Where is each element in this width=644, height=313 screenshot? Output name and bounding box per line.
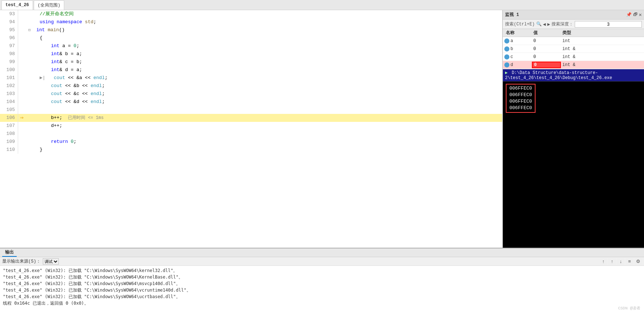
code-line-93: 93 //展开命名空间 [0, 10, 502, 18]
code-line-101: 101 ▶| cout << &a << endl; [0, 74, 502, 82]
watch-row-c[interactable]: c 0 int & [503, 53, 644, 61]
bottom-tab-bar: 输出 [0, 248, 644, 257]
watch-restore-icon[interactable]: 🗗 [633, 12, 637, 17]
code-line-94: 94 using namespace std; [0, 18, 502, 26]
line-num-94: 94 [0, 18, 18, 26]
watch-var-icon-b [504, 46, 509, 52]
line-arrow-106: ⇒ [18, 114, 25, 122]
filter-label: 显示输出来源(S)： [2, 258, 41, 264]
watch-row-b[interactable]: b 0 int & [503, 45, 644, 53]
line-num-110: 110 [0, 146, 18, 154]
watch-var-icon-c [504, 54, 509, 59]
console-line-4: 006FFEC0 [509, 105, 532, 111]
watch-title: 监视 1 [505, 12, 626, 18]
watch-columns: 名称 值 类型 [503, 29, 644, 37]
line-num-97: 97 [0, 42, 18, 50]
watch-cell-value-d: 0 [532, 62, 561, 68]
line-num-101: 101 [0, 74, 18, 82]
line-content-106: b++; 已用时间 <= 1ms [25, 114, 104, 122]
line-num-100: 100 [0, 66, 18, 74]
clear-output-button[interactable]: ↑ [600, 258, 607, 265]
line-num-107: 107 [0, 122, 18, 130]
watch-var-d: d [510, 62, 513, 67]
code-line-106: 106 ⇒ b++; 已用时间 <= 1ms [0, 114, 502, 122]
line-num-93: 93 [0, 10, 18, 18]
watch-cell-value-b: 0 [532, 46, 561, 52]
watch-cell-type-d: int & [561, 62, 644, 67]
line-content-104: cout << &d << endl; [25, 98, 105, 106]
nav-forward-icon[interactable]: ▶ [547, 21, 550, 27]
settings-button[interactable]: ⚙ [635, 258, 642, 265]
console-area: 006FFEC0 006FFEC0 006FFEC0 006FFEC0 [503, 82, 644, 248]
line-num-102: 102 [0, 82, 18, 90]
watch-header: 监视 1 📌 🗗 ✕ [503, 10, 644, 20]
watermark: CSDN @读者 [618, 305, 640, 311]
watch-row-a[interactable]: a 0 int [503, 37, 644, 45]
log-line-5: "test_4_26.exe" (Win32): 已加载 "C:\Windows… [3, 293, 641, 300]
line-num-103: 103 [0, 90, 18, 98]
line-num-108: 108 [0, 130, 18, 138]
scroll-up-button[interactable]: ↑ [608, 258, 616, 265]
line-content-94: using namespace std; [25, 18, 96, 26]
code-line-96: 96 { [0, 34, 502, 42]
line-content-100: int& d = a; [25, 66, 82, 74]
search-label: 搜索(Ctrl+E) [505, 21, 535, 27]
code-line-107: 107 d++; [0, 122, 502, 130]
watch-row-d[interactable]: d 0 int & [503, 61, 644, 69]
console-output-box: 006FFEC0 006FFEC0 006FFEC0 006FFEC0 [506, 84, 536, 113]
console-line-1: 006FFEC0 [509, 85, 532, 92]
scroll-down-button[interactable]: ↓ [617, 258, 624, 265]
line-content-103: cout << &c << endl; [25, 90, 105, 98]
line-content-107: d++; [25, 122, 62, 130]
watch-cell-value-c: 0 [532, 54, 561, 59]
watch-close-icon[interactable]: ✕ [639, 12, 642, 18]
line-num-96: 96 [0, 34, 18, 42]
console-icon: ▶ [505, 70, 508, 75]
code-line-105: 105 [0, 106, 502, 114]
line-content-99: int& c = b; [25, 58, 82, 66]
editor-area: 93 //展开命名空间 94 using namespace std; 95 ⊟… [0, 10, 503, 248]
log-line-1: "test_4_26.exe" (Win32): 已加载 "C:\Windows… [3, 267, 641, 274]
watch-cell-name-c: c [503, 54, 532, 59]
console-line-2: 006FFEC0 [509, 92, 532, 98]
watch-var-a: a [510, 38, 513, 44]
tab-label-1: test_4_26 [5, 3, 29, 8]
line-content-95: ⊟ int main() [25, 26, 65, 34]
nav-back-icon[interactable]: ◀ [543, 21, 546, 27]
code-line-98: 98 int& b = a; [0, 50, 502, 58]
search-depth-input[interactable] [575, 21, 642, 28]
main-area: 93 //展开命名空间 94 using namespace std; 95 ⊟… [0, 10, 644, 248]
code-line-110: 110 } [0, 146, 502, 154]
line-content-93: //展开命名空间 [25, 10, 74, 18]
line-content-97: int a = 0; [25, 42, 79, 50]
tab-global-scope[interactable]: (全局范围) [34, 0, 64, 10]
watch-pin-icon[interactable]: 📌 [626, 12, 632, 17]
line-num-104: 104 [0, 98, 18, 106]
code-line-97: 97 int a = 0; [0, 42, 502, 50]
tab-bar: test_4_26 (全局范围) [0, 0, 644, 10]
console-line-3: 006FFEC0 [509, 98, 532, 105]
watch-cell-type-c: int & [561, 54, 644, 59]
watch-search-bar: 搜索(Ctrl+E) 🔍 ◀ ▶ 搜索深度： [503, 20, 644, 29]
tab-test-4-26[interactable]: test_4_26 [1, 0, 33, 10]
watch-cell-name-b: b [503, 46, 532, 52]
filter-select[interactable]: 调试 [43, 258, 59, 265]
code-line-108: 108 [0, 130, 502, 138]
watch-col-type: 类型 [561, 30, 644, 36]
watch-cell-value-a: 0 [532, 38, 561, 44]
watch-var-icon-a [504, 38, 509, 44]
watch-rows: a 0 int b 0 int & c 0 int & [503, 37, 644, 69]
watch-header-icons: 📌 🗗 ✕ [626, 12, 642, 18]
line-num-99: 99 [0, 58, 18, 66]
word-wrap-button[interactable]: ≡ [626, 258, 633, 265]
tab-output[interactable]: 输出 [2, 248, 17, 257]
watch-cell-name-a: a [503, 38, 532, 44]
tab-label-2: (全局范围) [38, 2, 60, 8]
line-content-98: int& b = a; [25, 50, 82, 58]
line-num-95: 95 [0, 26, 18, 34]
code-container[interactable]: 93 //展开命名空间 94 using namespace std; 95 ⊟… [0, 10, 502, 248]
line-num-109: 109 [0, 138, 18, 146]
watch-var-icon-d [504, 62, 509, 67]
search-depth-label: 搜索深度： [551, 21, 573, 27]
line-content-101: ▶| cout << &a << endl; [25, 74, 108, 82]
